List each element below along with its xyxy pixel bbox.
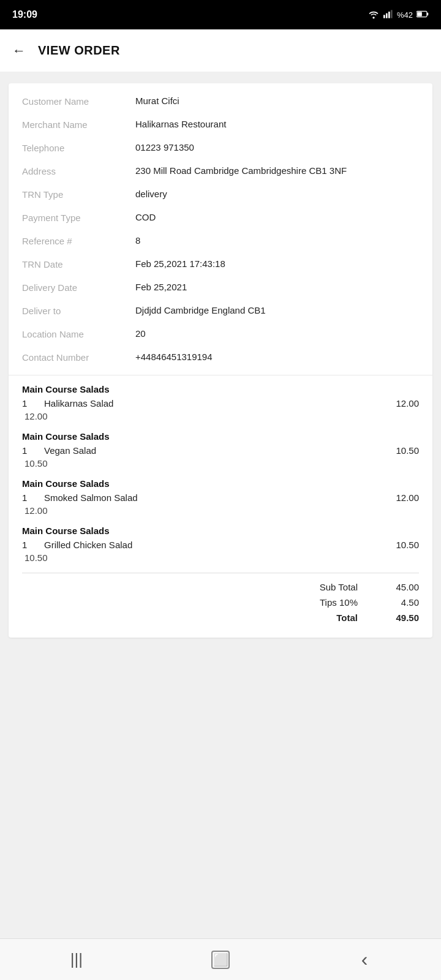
- top-bar: ← VIEW ORDER: [0, 29, 441, 72]
- order-item-left: 1 Smoked Salmon Salad: [22, 492, 138, 503]
- info-value: 8: [135, 235, 419, 246]
- info-label: Address: [22, 165, 135, 176]
- order-info-section: Customer Name Murat Cifci Merchant Name …: [9, 83, 432, 372]
- info-row: Contact Number +44846451319194: [22, 345, 419, 369]
- info-value: Feb 25,2021 17:43:18: [135, 258, 419, 269]
- order-group: Main Course Salads 1 Grilled Chicken Sal…: [22, 526, 419, 563]
- info-label: Telephone: [22, 142, 135, 153]
- order-category: Main Course Salads: [22, 478, 419, 489]
- svg-rect-1: [383, 15, 385, 18]
- order-qty: 1: [22, 492, 33, 503]
- battery-icon: [417, 10, 429, 20]
- order-item-row: 1 Grilled Chicken Salad 10.50: [22, 540, 419, 550]
- totals-section: Sub Total 45.00 Tips 10% 4.50 Total 49.5…: [9, 579, 432, 625]
- info-label: Contact Number: [22, 352, 135, 363]
- order-group: Main Course Salads 1 Vegan Salad 10.50 1…: [22, 431, 419, 469]
- subtotal-value: 45.00: [376, 582, 419, 592]
- info-label: Location Name: [22, 328, 135, 339]
- order-category: Main Course Salads: [22, 526, 419, 536]
- info-label: Deliver to: [22, 305, 135, 316]
- total-label: Total: [260, 612, 358, 623]
- tips-label: Tips 10%: [260, 597, 358, 608]
- order-name: Smoked Salmon Salad: [44, 492, 138, 503]
- status-bar: 19:09 %42: [0, 0, 441, 29]
- order-qty: 1: [22, 540, 33, 550]
- order-qty: 1: [22, 398, 33, 409]
- info-row: Telephone 01223 971350: [22, 136, 419, 159]
- order-subtotal: 10.50: [22, 552, 419, 563]
- svg-rect-6: [427, 12, 428, 15]
- info-label: Payment Type: [22, 212, 135, 223]
- signal-icon: [383, 9, 393, 21]
- svg-rect-3: [388, 12, 390, 18]
- total-row: Total 49.50: [22, 610, 419, 625]
- tips-row: Tips 10% 4.50: [22, 595, 419, 610]
- info-row: TRN Type delivery: [22, 183, 419, 206]
- order-price: 12.00: [396, 492, 419, 503]
- info-row: Delivery Date Feb 25,2021: [22, 276, 419, 299]
- info-value: COD: [135, 212, 419, 222]
- order-name: Grilled Chicken Salad: [44, 540, 132, 550]
- order-items-section: Main Course Salads 1 Halikarnas Salad 12…: [9, 378, 432, 563]
- back-button[interactable]: ←: [12, 43, 26, 59]
- order-subtotal: 12.00: [22, 411, 419, 421]
- info-value: 01223 971350: [135, 142, 419, 153]
- info-value: Djdjdd Cambridge England CB1: [135, 305, 419, 315]
- info-label: Reference #: [22, 235, 135, 246]
- info-row: Deliver to Djdjdd Cambridge England CB1: [22, 299, 419, 322]
- status-icons: %42: [368, 9, 429, 21]
- info-label: Merchant Name: [22, 119, 135, 130]
- info-value: Feb 25,2021: [135, 282, 419, 292]
- info-row: Reference # 8: [22, 229, 419, 252]
- status-time: 19:09: [12, 9, 37, 20]
- order-item-left: 1 Vegan Salad: [22, 445, 96, 456]
- info-label: Customer Name: [22, 96, 135, 107]
- nav-menu-button[interactable]: |||: [58, 941, 95, 978]
- order-item-row: 1 Halikarnas Salad 12.00: [22, 398, 419, 409]
- total-value: 49.50: [376, 612, 419, 623]
- order-price: 10.50: [396, 540, 419, 550]
- order-name: Halikarnas Salad: [44, 398, 113, 409]
- bottom-nav: ||| ⬜ ‹: [0, 938, 441, 980]
- subtotal-label: Sub Total: [260, 582, 358, 592]
- info-row: Address 230 Mill Road Cambridge Cambridg…: [22, 159, 419, 183]
- order-item-left: 1 Halikarnas Salad: [22, 398, 113, 409]
- svg-rect-2: [386, 13, 388, 18]
- order-item-row: 1 Smoked Salmon Salad 12.00: [22, 492, 419, 503]
- svg-rect-4: [391, 10, 393, 18]
- order-subtotal: 12.00: [22, 505, 419, 516]
- svg-rect-7: [417, 12, 422, 16]
- info-value: 20: [135, 328, 419, 339]
- page-title: VIEW ORDER: [38, 43, 120, 58]
- info-value: delivery: [135, 189, 419, 199]
- info-value: Halikarnas Restourant: [135, 119, 419, 129]
- info-row: TRN Date Feb 25,2021 17:43:18: [22, 252, 419, 276]
- order-group: Main Course Salads 1 Halikarnas Salad 12…: [22, 384, 419, 421]
- order-name: Vegan Salad: [44, 445, 96, 456]
- order-category: Main Course Salads: [22, 431, 419, 442]
- info-label: TRN Date: [22, 258, 135, 270]
- info-row: Location Name 20: [22, 322, 419, 345]
- totals-divider: [22, 573, 419, 573]
- info-row: Merchant Name Halikarnas Restourant: [22, 113, 419, 136]
- svg-point-0: [372, 17, 374, 18]
- nav-home-button[interactable]: ⬜: [211, 951, 230, 969]
- order-item-left: 1 Grilled Chicken Salad: [22, 540, 132, 550]
- order-card: Customer Name Murat Cifci Merchant Name …: [9, 83, 432, 638]
- order-category: Main Course Salads: [22, 384, 419, 394]
- info-label: Delivery Date: [22, 282, 135, 293]
- info-label: TRN Type: [22, 189, 135, 200]
- subtotal-row: Sub Total 45.00: [22, 579, 419, 595]
- tips-value: 4.50: [376, 597, 419, 608]
- order-item-row: 1 Vegan Salad 10.50: [22, 445, 419, 456]
- order-subtotal: 10.50: [22, 458, 419, 469]
- battery-status: %42: [397, 10, 413, 20]
- info-row: Payment Type COD: [22, 206, 419, 229]
- order-price: 10.50: [396, 445, 419, 456]
- order-qty: 1: [22, 445, 33, 456]
- info-value: Murat Cifci: [135, 96, 419, 106]
- info-value: 230 Mill Road Cambridge Cambridgeshire C…: [135, 165, 419, 176]
- order-group: Main Course Salads 1 Smoked Salmon Salad…: [22, 478, 419, 516]
- info-row: Customer Name Murat Cifci: [22, 89, 419, 113]
- nav-back-button[interactable]: ‹: [346, 941, 383, 978]
